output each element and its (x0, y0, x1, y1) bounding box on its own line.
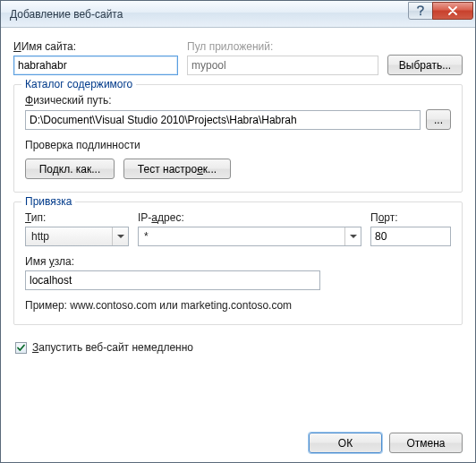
browse-path-button[interactable]: ... (426, 109, 451, 130)
app-pool-label: Пул приложений: (187, 40, 378, 53)
help-icon (416, 5, 425, 16)
chevron-down-icon (344, 227, 361, 245)
binding-legend: Привязка (21, 195, 75, 208)
titlebar-buttons (409, 2, 473, 21)
titlebar: Добавление веб-сайта (1, 1, 475, 28)
host-label: Имя узла: (25, 255, 451, 268)
ip-combobox[interactable]: * (138, 227, 361, 246)
ip-value: * (139, 230, 344, 243)
start-now-checkbox[interactable] (15, 342, 27, 354)
host-group: Имя узла: (25, 255, 451, 290)
ok-button[interactable]: ОК (309, 433, 382, 453)
name-pool-row: ИИмя сайта: Пул приложений: Выбрать... (13, 40, 463, 75)
select-pool-wrap: Выбрать... (387, 55, 463, 75)
type-group: Тип: http (25, 211, 129, 246)
port-input[interactable] (370, 227, 451, 246)
help-button[interactable] (408, 2, 433, 20)
site-name-input[interactable] (13, 56, 178, 75)
cancel-button[interactable]: Отмена (389, 433, 463, 453)
dialog-footer: ОК Отмена (13, 420, 463, 453)
client-area: ИИмя сайта: Пул приложений: Выбрать... К… (1, 28, 475, 462)
app-pool-group: Пул приложений: (187, 40, 378, 75)
binding-row1: Тип: http IP-адрес: * (25, 211, 451, 246)
select-pool-button[interactable]: Выбрать... (387, 55, 463, 75)
start-now-row[interactable]: Запустить веб-сайт немедленно (15, 341, 463, 354)
type-label: Тип: (25, 211, 129, 224)
type-combobox[interactable]: http (25, 227, 129, 246)
port-label: Порт: (370, 211, 451, 224)
close-icon (447, 6, 458, 15)
binding-groupbox: Привязка Тип: http IP-адрес: (13, 201, 463, 325)
host-input[interactable] (25, 270, 320, 290)
chevron-down-icon (112, 227, 128, 245)
add-website-dialog: Добавление веб-сайта ИИмя сайта: (0, 0, 476, 463)
auth-buttons-row: Подкл. как... Тест настроек... (25, 159, 451, 179)
port-group: Порт: (370, 211, 451, 246)
connect-as-button[interactable]: Подкл. как... (25, 159, 115, 179)
start-now-label: Запустить веб-сайт немедленно (32, 341, 193, 354)
svg-point-0 (420, 13, 421, 15)
ip-label: IP-адрес: (138, 211, 361, 224)
ip-group: IP-адрес: * (138, 211, 361, 246)
window-title: Добавление веб-сайта (10, 8, 409, 21)
site-name-group: ИИмя сайта: (13, 40, 178, 75)
site-name-label: ИИмя сайта: (13, 40, 178, 53)
test-settings-button[interactable]: Тест настроек... (123, 159, 231, 179)
physical-path-label: Физический путь: (25, 94, 451, 107)
content-legend: Каталог содержимого (21, 78, 136, 90)
auth-check-label: Проверка подлинности (25, 139, 451, 151)
content-groupbox: Каталог содержимого Физический путь: ...… (13, 84, 463, 193)
physical-path-input[interactable] (25, 110, 421, 130)
app-pool-input (187, 56, 378, 75)
host-example: Пример: www.contoso.com или marketing.co… (25, 299, 451, 312)
close-button[interactable] (432, 2, 473, 20)
check-icon (16, 343, 26, 353)
physical-path-row: ... (25, 109, 451, 130)
type-value: http (26, 230, 112, 243)
